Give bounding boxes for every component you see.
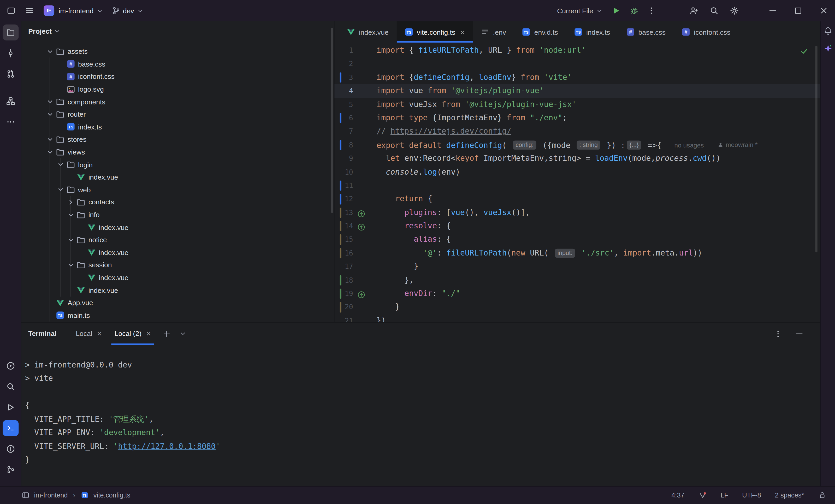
- app-window-icon[interactable]: [5, 5, 17, 17]
- code-line-8[interactable]: 8export default defineConfig( config: ({…: [334, 138, 820, 152]
- run-tool-button[interactable]: [2, 399, 18, 415]
- run-button[interactable]: [610, 5, 622, 17]
- tree-item-index.vue[interactable]: index.vue: [21, 284, 334, 297]
- pull-requests-tool-button[interactable]: [2, 66, 18, 82]
- project-selector[interactable]: im-frontend: [59, 7, 103, 15]
- window-maximize-button[interactable]: [792, 5, 804, 17]
- tree-item-notice[interactable]: notice: [21, 234, 334, 246]
- main-menu-icon[interactable]: [23, 5, 35, 17]
- tree-item-info[interactable]: info: [21, 208, 334, 221]
- terminal-output[interactable]: > im-frontend@0.0.0 dev> vite{ VITE_APP_…: [21, 345, 820, 486]
- lock-icon[interactable]: [818, 491, 827, 500]
- code-line-16[interactable]: 16 '@': fileURLToPath(new URL( input: '.…: [334, 246, 820, 260]
- tree-item-App.vue[interactable]: App.vue: [21, 297, 334, 309]
- code-line-10[interactable]: 10 console.log(env): [334, 165, 820, 179]
- chevron-open-icon[interactable]: [66, 261, 76, 269]
- statusbar-file[interactable]: vite.config.ts: [94, 491, 130, 499]
- structure-tool-button[interactable]: [2, 93, 18, 109]
- terminal-tab-Local (2)[interactable]: Local (2)×: [108, 322, 157, 345]
- code-line-1[interactable]: 1import { fileURLToPath, URL } from 'nod…: [334, 44, 820, 57]
- debug-button[interactable]: [628, 5, 640, 17]
- window-minimize-button[interactable]: [767, 5, 779, 17]
- project-panel-header[interactable]: Project: [21, 21, 334, 40]
- code-line-20[interactable]: 20 }: [334, 301, 820, 314]
- code-line-6[interactable]: 6import type {ImportMetaEnv} from "./env…: [334, 111, 820, 125]
- code-with-me-icon[interactable]: [688, 5, 700, 17]
- editor-tab-iconfont.css[interactable]: #iconfont.css: [674, 21, 738, 43]
- editor-scrollbar[interactable]: [815, 46, 817, 253]
- chevron-open-icon[interactable]: [56, 186, 65, 194]
- tree-item-iconfont.css[interactable]: #iconfont.css: [21, 70, 334, 83]
- code-line-7[interactable]: 7// https://vitejs.dev/config/: [334, 125, 820, 138]
- ai-assistant-button[interactable]: [821, 42, 834, 55]
- find-tool-button[interactable]: [2, 379, 18, 395]
- tree-item-router[interactable]: router: [21, 108, 334, 121]
- code-line-2[interactable]: 2: [334, 57, 820, 71]
- code-line-17[interactable]: 17 }: [334, 260, 820, 274]
- code-line-3[interactable]: 3import {defineConfig, loadEnv} from 'vi…: [334, 71, 820, 84]
- tree-item-web[interactable]: web: [21, 183, 334, 196]
- chevron-open-icon[interactable]: [46, 148, 55, 156]
- tree-item-contacts[interactable]: contacts: [21, 196, 334, 208]
- editor-tab-base.css[interactable]: #base.css: [618, 21, 674, 43]
- chevron-open-icon[interactable]: [46, 47, 55, 56]
- more-options-icon[interactable]: [646, 5, 657, 17]
- statusbar-line-ending[interactable]: LF: [721, 491, 729, 499]
- terminal-hide-icon[interactable]: [794, 328, 805, 340]
- commit-tool-button[interactable]: [2, 45, 18, 61]
- tree-item-views[interactable]: views: [21, 146, 334, 158]
- tree-item-index.ts[interactable]: TSindex.ts: [21, 121, 334, 133]
- editor-tab-vite.config.ts[interactable]: TSvite.config.ts×: [396, 21, 473, 43]
- tree-item-index.vue[interactable]: index.vue: [21, 271, 334, 284]
- chevron-open-icon[interactable]: [46, 98, 55, 106]
- branch-selector[interactable]: dev: [112, 6, 144, 15]
- tree-item-components[interactable]: components: [21, 96, 334, 108]
- tree-item-login[interactable]: login: [21, 158, 334, 171]
- project-tool-button[interactable]: [2, 24, 18, 40]
- tree-item-index.vue[interactable]: index.vue: [21, 221, 334, 234]
- code-line-5[interactable]: 5import vueJsx from '@vitejs/plugin-vue-…: [334, 98, 820, 112]
- chevron-closed-icon[interactable]: [66, 198, 76, 207]
- settings-gear-icon[interactable]: [729, 5, 740, 17]
- tree-item-assets[interactable]: assets: [21, 45, 334, 58]
- new-terminal-tab-button[interactable]: [161, 327, 173, 340]
- chevron-open-icon[interactable]: [46, 135, 55, 144]
- notifications-button[interactable]: [821, 24, 834, 37]
- terminal-tab-dropdown-icon[interactable]: [177, 327, 189, 340]
- chevron-open-icon[interactable]: [56, 160, 65, 169]
- code-line-19[interactable]: 19 envDir: "./": [334, 287, 820, 301]
- code-line-21[interactable]: 21}): [334, 314, 820, 322]
- search-everywhere-icon[interactable]: [708, 5, 720, 17]
- close-tab-icon[interactable]: ×: [97, 330, 102, 338]
- code-line-9[interactable]: 9 let env:Record<keyof ImportMetaEnv,str…: [334, 152, 820, 165]
- terminal-tab-Local[interactable]: Local×: [69, 322, 108, 345]
- inspections-ok-icon[interactable]: [800, 47, 808, 58]
- statusbar-project[interactable]: im-frontend: [34, 491, 68, 499]
- terminal-tool-button[interactable]: [2, 420, 18, 436]
- code-line-15[interactable]: 15 alias: {: [334, 233, 820, 247]
- tab-options-icon[interactable]: [805, 21, 820, 33]
- vcs-widget-icon[interactable]: [698, 491, 707, 500]
- editor-tab-index.ts[interactable]: TSindex.ts: [566, 21, 618, 43]
- code-line-11[interactable]: 11: [334, 179, 820, 193]
- tree-item-stores[interactable]: stores: [21, 133, 334, 146]
- code-line-18[interactable]: 18 },: [334, 274, 820, 287]
- tree-item-index.vue[interactable]: index.vue: [21, 171, 334, 183]
- git-tool-button[interactable]: [2, 461, 18, 477]
- services-tool-button[interactable]: [2, 358, 18, 374]
- code-line-14[interactable]: 14 resolve: {: [334, 220, 820, 233]
- terminal-options-icon[interactable]: [772, 328, 784, 340]
- window-close-button[interactable]: [818, 5, 830, 17]
- chevron-open-icon[interactable]: [66, 236, 76, 244]
- chevron-open-icon[interactable]: [66, 210, 76, 219]
- close-tab-icon[interactable]: ×: [460, 28, 465, 36]
- tree-item-logo.svg[interactable]: logo.svg: [21, 83, 334, 96]
- editor-tab-index.vue[interactable]: index.vue: [339, 21, 397, 43]
- code-line-12[interactable]: 12 return {: [334, 193, 820, 206]
- tool-window-widget-icon[interactable]: [21, 491, 30, 500]
- statusbar-encoding[interactable]: UTF-8: [742, 491, 761, 499]
- tree-item-main.ts[interactable]: TSmain.ts: [21, 309, 334, 322]
- problems-tool-button[interactable]: [2, 441, 18, 457]
- more-tools-button[interactable]: [2, 114, 18, 130]
- chevron-open-icon[interactable]: [46, 110, 55, 119]
